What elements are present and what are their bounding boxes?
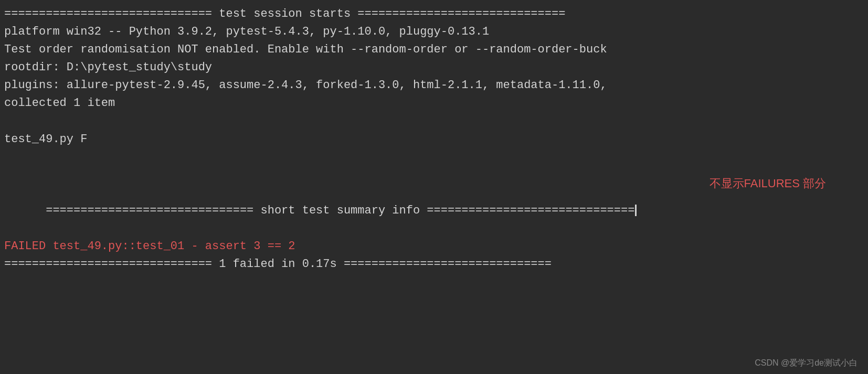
- watermark: CSDN @爱学习de测试小白: [755, 358, 858, 369]
- line8: test_49.py F: [4, 131, 864, 148]
- annotation-text: 不显示FAILURES 部分: [710, 176, 826, 191]
- line7-empty: [4, 113, 864, 131]
- line2: platform win32 -- Python 3.9.2, pytest-5…: [4, 23, 864, 41]
- terminal-window: ============================== test sess…: [0, 0, 868, 374]
- summary-text: ============================== short tes…: [46, 204, 634, 217]
- line12-failed: FAILED test_49.py::test_01 - assert 3 ==…: [4, 238, 864, 255]
- line1: ============================== test sess…: [4, 5, 864, 23]
- line11-summary: ============================== short tes…: [4, 184, 864, 238]
- terminal-cursor: [635, 205, 637, 216]
- terminal-output: ============================== test sess…: [4, 5, 864, 273]
- line3: Test order randomisation NOT enabled. En…: [4, 41, 864, 59]
- line9-empty: [4, 148, 864, 166]
- line6: collected 1 item: [4, 94, 864, 112]
- line5: plugins: allure-pytest-2.9.45, assume-2.…: [4, 77, 864, 94]
- line4: rootdir: D:\pytest_study\study: [4, 59, 864, 77]
- line13-result: ============================== 1 failed …: [4, 255, 864, 273]
